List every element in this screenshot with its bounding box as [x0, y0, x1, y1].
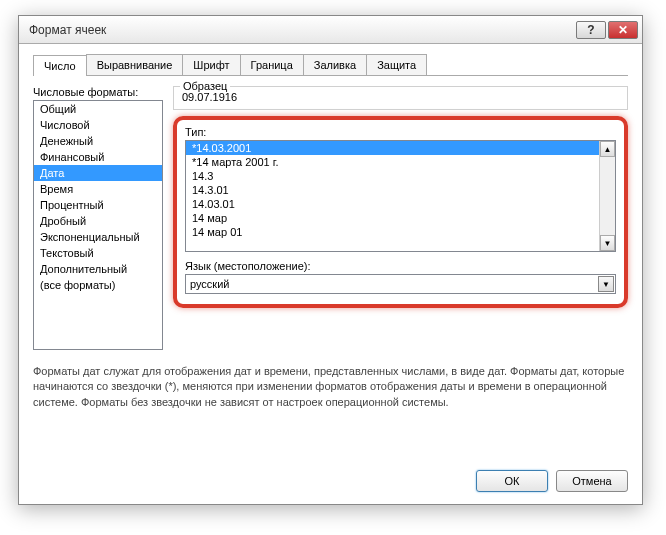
description-text: Форматы дат служат для отображения дат и… [33, 364, 628, 410]
window-title: Формат ячеек [29, 23, 574, 37]
tab-font[interactable]: Шрифт [182, 54, 240, 75]
list-item[interactable]: 14.3 [186, 169, 599, 183]
tab-bar: Число Выравнивание Шрифт Граница Заливка… [33, 54, 628, 76]
list-item[interactable]: 14 мар [186, 211, 599, 225]
category-listbox[interactable]: Общий Числовой Денежный Финансовый Дата … [33, 100, 163, 350]
cancel-button[interactable]: Отмена [556, 470, 628, 492]
sample-group: Образец 09.07.1916 [173, 86, 628, 110]
category-column: Числовые форматы: Общий Числовой Денежны… [33, 86, 163, 350]
dialog-window: Формат ячеек ? ✕ Число Выравнивание Шриф… [18, 15, 643, 505]
category-label: Числовые форматы: [33, 86, 163, 98]
list-item[interactable]: Числовой [34, 117, 162, 133]
list-item[interactable]: 14 мар 01 [186, 225, 599, 239]
list-item[interactable]: Дополнительный [34, 261, 162, 277]
list-item[interactable]: *14 марта 2001 г. [186, 155, 599, 169]
tab-protection[interactable]: Защита [366, 54, 427, 75]
type-label: Тип: [185, 126, 616, 138]
list-item[interactable]: Финансовый [34, 149, 162, 165]
list-item[interactable]: 14.3.01 [186, 183, 599, 197]
list-item[interactable]: Общий [34, 101, 162, 117]
tab-number[interactable]: Число [33, 55, 87, 76]
locale-label: Язык (местоположение): [185, 260, 616, 272]
sample-label: Образец [180, 80, 230, 92]
sample-value: 09.07.1916 [182, 91, 619, 103]
list-item[interactable]: *14.03.2001 [186, 141, 599, 155]
list-item[interactable]: Экспоненциальный [34, 229, 162, 245]
ok-button[interactable]: ОК [476, 470, 548, 492]
close-button[interactable]: ✕ [608, 21, 638, 39]
list-item[interactable]: Процентный [34, 197, 162, 213]
scrollbar[interactable]: ▲ ▼ [599, 141, 615, 251]
list-item[interactable]: Время [34, 181, 162, 197]
titlebar: Формат ячеек ? ✕ [19, 16, 642, 44]
tab-border[interactable]: Граница [240, 54, 304, 75]
scroll-up-icon[interactable]: ▲ [600, 141, 615, 157]
list-item[interactable]: Дробный [34, 213, 162, 229]
locale-select[interactable]: русский ▼ [185, 274, 616, 294]
tab-fill[interactable]: Заливка [303, 54, 367, 75]
dialog-footer: ОК Отмена [476, 470, 628, 492]
locale-value: русский [190, 278, 229, 290]
type-listbox[interactable]: *14.03.2001 *14 марта 2001 г. 14.3 14.3.… [185, 140, 616, 252]
list-item[interactable]: Денежный [34, 133, 162, 149]
list-item[interactable]: Текстовый [34, 245, 162, 261]
scroll-down-icon[interactable]: ▼ [600, 235, 615, 251]
help-button[interactable]: ? [576, 21, 606, 39]
list-item[interactable]: Дата [34, 165, 162, 181]
settings-column: Образец 09.07.1916 Тип: *14.03.2001 *14 … [173, 86, 628, 350]
scroll-track[interactable] [600, 157, 615, 235]
chevron-down-icon[interactable]: ▼ [598, 276, 614, 292]
tab-alignment[interactable]: Выравнивание [86, 54, 184, 75]
highlighted-region: Тип: *14.03.2001 *14 марта 2001 г. 14.3 … [173, 116, 628, 308]
list-item[interactable]: 14.03.01 [186, 197, 599, 211]
dialog-body: Число Выравнивание Шрифт Граница Заливка… [19, 44, 642, 422]
list-item[interactable]: (все форматы) [34, 277, 162, 293]
